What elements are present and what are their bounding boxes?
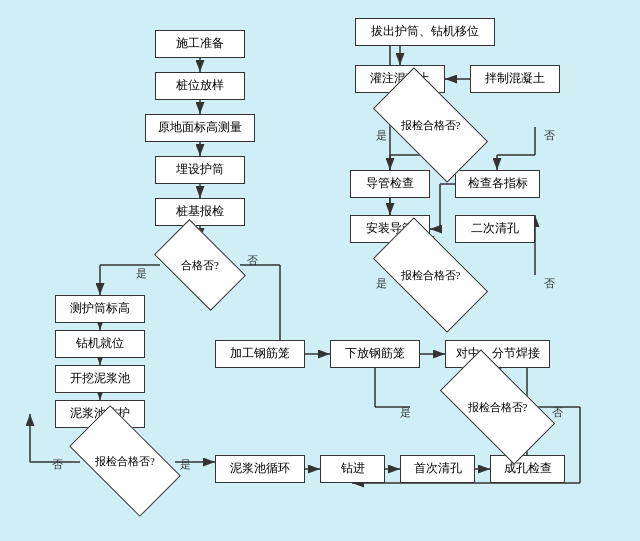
- flowchart: 施工准备 桩位放样 原地面标高测量 埋设护筒 桩基报检 测护筒标高 钻机就位 开…: [0, 0, 640, 541]
- box-erci-qingkong: 二次清孔: [455, 215, 535, 243]
- box-duizhong-hanjie: 对中、分节焊接: [445, 340, 550, 368]
- diamond-baojian2: 报检合格否?: [445, 378, 550, 436]
- box-nijianchi-xunhuan: 泥浆池循环: [215, 455, 305, 483]
- box-hujing-biaooo: 测护筒标高: [55, 295, 145, 323]
- box-jiancha-zhibiao: 检查各指标: [455, 170, 540, 198]
- diamond-hege: 合格否?: [160, 240, 240, 290]
- label-yes-1: 是: [136, 266, 147, 281]
- box-kaijue-nijianchi: 开挖泥浆池: [55, 365, 145, 393]
- label-yes-5: 是: [376, 276, 387, 291]
- box-zhuwei-fangyang: 桩位放样: [155, 72, 245, 100]
- diamond-baojian3: 报检合格否?: [378, 96, 483, 154]
- label-no-3: 否: [552, 405, 563, 420]
- box-yuandi-celiiang: 原地面标高测量: [145, 114, 255, 142]
- box-zuanjin: 钻进: [320, 455, 385, 483]
- box-zhuangji-baojian: 桩基报检: [155, 198, 245, 226]
- box-chengjian-jiancha: 成孔检查: [490, 455, 565, 483]
- label-yes-3: 是: [400, 405, 411, 420]
- box-zuanji-jiuwei: 钻机就位: [55, 330, 145, 358]
- box-shouchi-qingkong: 首次清孔: [400, 455, 475, 483]
- box-shigong-zhunbei: 施工准备: [155, 30, 245, 58]
- box-banzhi-hunningtu: 拌制混凝土: [470, 65, 560, 93]
- label-no-4: 否: [544, 128, 555, 143]
- label-no-5: 否: [544, 276, 555, 291]
- diamond-baojian4: 报检合格否?: [378, 246, 483, 304]
- box-daoguan-jiancha: 导管检查: [350, 170, 430, 198]
- box-bachi-zuanji-yiwei: 拔出护筒、钻机移位: [355, 18, 495, 46]
- box-xiafang-gangjinlong: 下放钢筋笼: [330, 340, 420, 368]
- label-no-2: 否: [52, 457, 63, 472]
- box-maishe-hujing: 埋设护筒: [155, 156, 245, 184]
- diamond-baojian1: 报检合格否?: [75, 432, 175, 490]
- label-no-1: 否: [247, 253, 258, 268]
- label-yes-2: 是: [180, 457, 191, 472]
- label-yes-4: 是: [376, 128, 387, 143]
- box-jiagong-gangjinlong: 加工钢筋笼: [215, 340, 305, 368]
